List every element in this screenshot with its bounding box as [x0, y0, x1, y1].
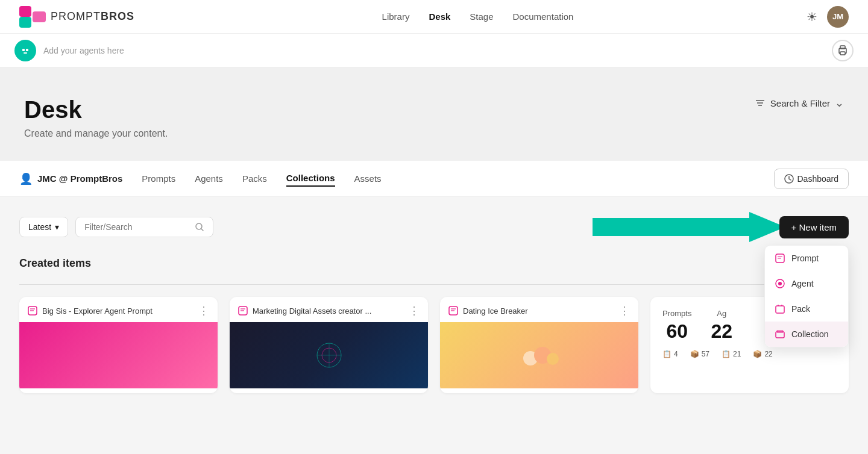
card-header: Dating Ice Breaker ⋮	[440, 297, 638, 322]
svg-rect-2	[33, 11, 46, 22]
card-prompt-icon	[448, 306, 458, 316]
card-menu-button[interactable]: ⋮	[619, 304, 630, 317]
stat-agents-value: 22	[711, 320, 732, 343]
svg-point-3	[19, 45, 31, 57]
nav-links: Library Desk Stage Documentation	[382, 11, 574, 22]
dropdown-agent-label: Agent	[791, 279, 814, 288]
filter-row: Latest ▾ + New item	[0, 197, 868, 252]
dropdown-agent[interactable]: Agent	[765, 271, 848, 296]
new-item-button[interactable]: + New item	[779, 216, 849, 238]
card-menu-button[interactable]: ⋮	[198, 304, 209, 317]
dropdown-prompt[interactable]: Prompt	[765, 246, 848, 271]
new-item-dropdown: Prompt Agent Pack	[764, 245, 849, 347]
chevron-down-icon: ⌄	[835, 96, 844, 110]
svg-rect-4	[22, 49, 25, 51]
stat-sub-val-4: 22	[764, 350, 772, 358]
nav-desk[interactable]: Desk	[429, 11, 450, 22]
card-title: Dating Ice Breaker	[463, 306, 528, 316]
printer-icon	[837, 45, 848, 56]
teal-arrow	[593, 209, 785, 245]
agent-bar-left: Add your agents here	[14, 40, 124, 61]
theme-toggle[interactable]: ☀	[807, 10, 817, 24]
tab-prompts[interactable]: Prompts	[142, 171, 175, 186]
svg-rect-1	[19, 17, 31, 28]
filter-left: Latest ▾	[19, 217, 213, 237]
tab-collections[interactable]: Collections	[286, 170, 335, 187]
svg-rect-9	[840, 52, 845, 55]
card-marketing: Marketing Digital Assets creator ... ⋮	[230, 297, 428, 393]
stat-sub-icon-2: 📦	[690, 350, 699, 358]
stat-sub-val-1: 4	[674, 350, 678, 358]
section-divider	[19, 284, 849, 285]
card-prompt-icon	[238, 306, 248, 316]
content-area: Created items In Big Sis - Explorer Agen…	[0, 252, 868, 412]
stat-prompts-value: 60	[662, 320, 691, 343]
svg-rect-22	[776, 306, 784, 313]
dropdown-pack-label: Pack	[791, 304, 810, 314]
agent-bar-action[interactable]	[832, 40, 854, 61]
card-header-left: Marketing Digital Assets creator ...	[238, 306, 371, 316]
stat-sub-icon-1: 📋	[662, 350, 671, 358]
stat-sub-4: 📦 22	[753, 350, 772, 358]
stat-sub-2: 📦 57	[690, 350, 709, 358]
logo-icon	[19, 6, 46, 28]
svg-point-42	[547, 353, 559, 365]
svg-rect-6	[24, 52, 27, 54]
page-subtitle: Create and manage your content.	[24, 128, 168, 139]
card-menu-button[interactable]: ⋮	[409, 304, 420, 317]
stat-agents-label: Ag	[711, 309, 732, 318]
stat-prompts-label: Prompts	[662, 309, 691, 318]
card-header: Marketing Digital Assets creator ... ⋮	[230, 297, 428, 322]
dropdown-prompt-label: Prompt	[791, 253, 819, 263]
sort-chevron-icon: ▾	[55, 222, 59, 232]
nav-documentation[interactable]: Documentation	[513, 11, 574, 22]
card-prompt-icon	[28, 306, 37, 316]
dropdown-collection[interactable]: Collection	[765, 322, 848, 347]
stat-sub-3: 📋 21	[722, 350, 741, 358]
nav-library[interactable]: Library	[382, 11, 410, 22]
card-title: Big Sis - Explorer Agent Prompt	[42, 306, 153, 316]
dashboard-button[interactable]: Dashboard	[774, 169, 849, 189]
sort-select[interactable]: Latest ▾	[19, 217, 68, 237]
agent-icon	[14, 40, 36, 61]
user-name: JMC @ PromptBros	[37, 173, 122, 184]
nav-stage[interactable]: Stage	[470, 11, 493, 22]
search-icon	[195, 222, 204, 232]
agent-bar-right	[832, 40, 854, 61]
tabs-left: 👤 JMC @ PromptBros Prompts Agents Packs …	[19, 170, 382, 187]
avatar: JM	[827, 6, 849, 28]
hero-section: Desk Create and manage your content. Sea…	[0, 67, 868, 161]
agent-bar-text: Add your agents here	[43, 46, 124, 55]
card-image-digital	[230, 322, 428, 388]
search-box	[75, 217, 213, 237]
search-filter-button[interactable]: Search & Filter	[755, 98, 830, 108]
stat-sub-1: 📋 4	[662, 350, 678, 358]
page-title: Desk	[24, 96, 168, 123]
tab-assets[interactable]: Assets	[354, 171, 382, 186]
tab-agents[interactable]: Agents	[195, 171, 223, 186]
search-input[interactable]	[84, 222, 190, 232]
dropdown-collection-label: Collection	[791, 329, 828, 339]
hero-right: Search & Filter ⌄	[755, 96, 844, 110]
tab-packs[interactable]: Packs	[242, 171, 267, 186]
card-image-icebreaker	[440, 322, 638, 388]
card-header: Big Sis - Explorer Agent Prompt ⋮	[19, 297, 218, 322]
stat-sub-icon-3: 📋	[722, 350, 731, 358]
dashboard-icon	[784, 174, 794, 184]
search-filter-label: Search & Filter	[770, 98, 830, 108]
card-header-left: Big Sis - Explorer Agent Prompt	[28, 306, 153, 316]
svg-rect-8	[840, 46, 845, 49]
filter-icon	[755, 98, 766, 108]
sort-label: Latest	[28, 222, 51, 232]
hero-text: Desk Create and manage your content.	[24, 96, 168, 139]
stat-sub-icon-4: 📦	[753, 350, 762, 358]
top-nav: PROMPTBROS Library Desk Stage Documentat…	[0, 0, 868, 34]
icebreaker-visual	[515, 337, 564, 373]
svg-line-15	[201, 229, 204, 231]
svg-point-21	[778, 282, 782, 285]
dashboard-label: Dashboard	[797, 174, 839, 184]
nav-right: ☀ JM	[807, 6, 849, 28]
dropdown-pack[interactable]: Pack	[765, 296, 848, 322]
new-item-wrapper: + New item Prompt Agent	[779, 216, 849, 238]
cards-grid: Big Sis - Explorer Agent Prompt ⋮ Market…	[19, 297, 849, 393]
